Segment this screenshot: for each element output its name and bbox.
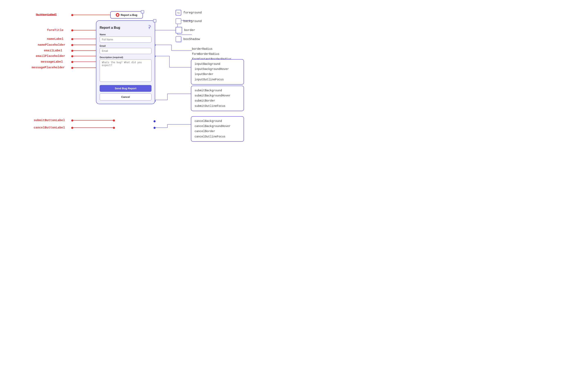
cancel-outline-focus-label: cancelOutlineFocus (195, 134, 240, 139)
submit-props-group: submitBackground submitBackgroundHover s… (191, 86, 244, 111)
dot-email-label (71, 50, 73, 52)
background-swatch (176, 18, 181, 24)
background-label: background (183, 20, 202, 23)
boxshadow-swatch-row: boxShadow (176, 36, 202, 42)
input-background-hover-label: inputbackgroundHover (195, 67, 240, 72)
dot-message-placeholder (71, 67, 73, 69)
message-label-annotation: messageLabel (41, 60, 63, 64)
name-label-annotation: nameLabel (47, 37, 63, 41)
form-dot-submit (113, 119, 115, 122)
dot-form-title (71, 29, 73, 31)
corner-box-top-right (141, 10, 144, 13)
email-placeholder-annotation: emailPlaceholder (36, 54, 65, 58)
trigger-button[interactable]: Report a Bug (110, 11, 143, 18)
submit-background-hover-label: submitBackgroundHover (195, 93, 240, 98)
name-placeholder-annotation: namePlaceholder (38, 43, 65, 47)
cancel-background-hover-label: cancelBackgroundHover (195, 124, 240, 129)
dot-button-label (71, 14, 73, 16)
blue-dot-cancel (154, 127, 156, 129)
message-label: Description (required) (100, 56, 151, 58)
email-label-annotation: emailLabel (44, 49, 62, 52)
border-swatch (176, 27, 182, 33)
cancel-button[interactable]: Cancel (100, 93, 151, 100)
input-props-group: inputBackground inputbackgroundHover inp… (191, 59, 244, 85)
dot-name-placeholder (71, 44, 73, 46)
foreground-swatch: Aa (176, 10, 181, 16)
submit-border-label: submitBorder (195, 98, 240, 103)
dot-cancel-btn (71, 127, 73, 129)
form-dot-cancel (113, 127, 115, 129)
bug-icon (116, 13, 120, 17)
blue-dot-submit (154, 120, 156, 122)
svg-point-26 (117, 14, 118, 16)
dot-name-label (71, 38, 73, 40)
submit-button[interactable]: Send Bug Report (100, 85, 151, 92)
antenna-icon (147, 25, 151, 30)
border-label: border (184, 29, 195, 32)
cancel-props-group: cancelBackground cancelBackgroundHover c… (191, 116, 244, 142)
cancel-background-label: cancelBackground (195, 119, 240, 124)
foreground-swatch-row: Aa foreground (176, 10, 202, 16)
name-label: Name (100, 33, 151, 36)
swatches-group: Aa foreground background border boxShado… (176, 10, 202, 42)
form-title-annotation: formTitle (47, 29, 63, 32)
form-header: Report a Bug (100, 25, 151, 30)
dot-submit-btn (71, 119, 73, 122)
border-swatch-row: border (176, 27, 202, 33)
submit-outline-focus-label: submitOutlineFocus (195, 104, 240, 109)
input-outline-focus-label: inputOutlineFocus (195, 77, 240, 82)
message-placeholder-annotation: messagePlaceholder (32, 66, 65, 69)
input-background-label: inputBackground (195, 62, 240, 67)
name-input[interactable] (100, 36, 151, 43)
email-label: Email (100, 45, 151, 47)
form-border-radius-label: formBorderRadius (192, 52, 231, 57)
cancel-border-label: cancelBorder (195, 129, 240, 134)
border-radius-label: borderRadius (192, 47, 231, 52)
foreground-label: foreground (183, 11, 202, 15)
boxshadow-label: boxShadow (183, 38, 200, 41)
submit-background-label: submitBackground (195, 88, 240, 93)
trigger-button-label: Report a Bug (121, 13, 138, 17)
email-input[interactable] (100, 48, 151, 54)
dot-email-placeholder (71, 55, 73, 57)
submit-button-label-annotation: submitButtonLabel (34, 119, 65, 122)
button-label-text: buttonLabel (36, 13, 56, 17)
input-border-label: inputBorder (195, 72, 240, 77)
cancel-button-label-annotation: cancelButtonLabel (34, 126, 65, 129)
canvas: buttonLabel buttonLabel formTitle nameLa… (0, 0, 294, 184)
form-title: Report a Bug (100, 26, 120, 30)
background-swatch-row: background (176, 18, 202, 24)
corner-box-form (153, 19, 156, 22)
boxshadow-swatch (176, 36, 181, 42)
message-textarea[interactable] (100, 59, 151, 82)
form-panel: Report a Bug Name Email Description (req… (96, 20, 155, 104)
dot-message-label (71, 61, 73, 63)
